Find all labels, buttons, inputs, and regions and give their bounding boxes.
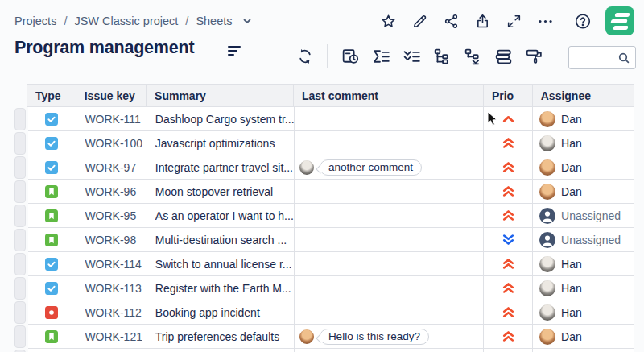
last-comment-cell[interactable] [295,204,484,228]
summary-cell[interactable]: Javascript optimizations [147,131,295,155]
column-header-assignee[interactable]: Assignee [533,84,634,107]
row-drag-handle[interactable] [14,325,26,348]
summary-cell[interactable]: Trip preferences defaults [147,325,295,349]
hierarchy-icon[interactable] [431,46,453,68]
issue-type-cell[interactable] [28,276,77,300]
sum-list-icon[interactable] [370,46,392,68]
edit-icon[interactable] [411,12,428,30]
issue-key-cell[interactable]: WORK-114 [76,252,147,276]
row-drag-handle[interactable] [14,205,26,227]
issue-key-cell[interactable]: WORK-97 [76,155,147,180]
column-header-prio[interactable]: Prio [484,84,533,107]
assignee-cell[interactable]: Han [533,252,634,276]
priority-cell[interactable] [484,204,533,228]
priority-cell[interactable] [484,349,533,352]
search-input[interactable] [572,51,617,64]
issue-key-cell[interactable] [76,349,147,352]
breadcrumb-project[interactable]: JSW Classic project [74,14,178,27]
issue-type-cell[interactable] [28,252,77,276]
priority-cell[interactable] [484,276,533,300]
assignee-cell[interactable]: Han [533,276,634,300]
issue-type-cell[interactable] [28,131,77,155]
row-drag-handle[interactable] [14,180,26,203]
assignee-cell[interactable]: Unassigned [533,204,634,228]
search-box[interactable] [568,46,636,69]
priority-cell[interactable] [484,131,533,155]
chevron-down-icon[interactable] [242,15,253,27]
column-header-last-comment[interactable]: Last comment [294,84,484,107]
column-header-summary[interactable]: Summary [147,84,294,107]
summary-cell[interactable]: Switch to annual license r... [147,252,295,276]
last-comment-cell[interactable] [295,349,484,352]
more-icon[interactable] [536,12,554,30]
last-comment-cell[interactable]: Hello is this ready? [295,325,484,349]
summary-cell[interactable]: Dashloop Cargo system tr... [147,107,295,131]
assignee-cell[interactable]: Han [533,300,634,325]
app-logo[interactable] [605,6,634,35]
share-icon[interactable] [442,12,460,30]
last-comment-cell[interactable] [295,228,484,252]
issue-type-cell[interactable] [28,107,77,131]
assignee-cell[interactable]: Dan [533,180,634,204]
row-drag-handle[interactable] [14,156,26,179]
summary-cell[interactable]: As an operator I want to h... [147,204,295,228]
last-comment-cell[interactable] [295,300,484,325]
summary-cell[interactable]: Multi-destination search ... [147,228,295,252]
summary-cell[interactable]: Moon stopover retrieval [147,180,295,204]
column-header-type[interactable]: Type [27,84,76,107]
assignee-cell[interactable] [533,349,634,352]
row-drag-handle[interactable] [14,108,26,130]
priority-cell[interactable] [484,252,533,276]
issue-key-cell[interactable]: WORK-121 [76,325,147,349]
last-comment-cell[interactable] [295,131,484,155]
row-drag-handle[interactable] [14,301,26,324]
issue-type-cell[interactable] [28,155,77,180]
fullscreen-icon[interactable] [505,12,522,30]
format-painter-icon[interactable] [523,46,545,68]
priority-cell[interactable] [484,180,533,204]
row-drag-handle[interactable] [14,132,26,155]
priority-cell[interactable] [484,228,533,252]
description-lines-icon[interactable] [228,46,242,56]
last-comment-cell[interactable]: another comment [295,155,484,180]
issue-type-cell[interactable] [28,349,77,352]
help-icon[interactable] [574,12,592,30]
assignee-cell[interactable]: Dan [533,155,634,180]
priority-cell[interactable] [484,155,533,180]
summary-cell[interactable]: Integrate partner travel sit... [147,155,295,180]
hierarchy-sort-icon[interactable] [462,46,484,68]
assignee-cell[interactable]: Dan [533,107,634,131]
last-comment-cell[interactable] [295,252,484,276]
collapse-list-icon[interactable] [401,46,423,68]
row-drag-handle[interactable] [14,229,26,251]
issue-key-cell[interactable]: WORK-96 [76,180,147,204]
assignee-cell[interactable]: Dan [533,325,634,349]
issue-key-cell[interactable]: WORK-113 [76,276,147,300]
issue-key-cell[interactable]: WORK-100 [76,131,147,155]
export-icon[interactable] [473,12,491,30]
breadcrumb-sheets[interactable]: Sheets [196,14,232,27]
row-drag-handle[interactable] [14,277,26,300]
issue-key-cell[interactable]: WORK-111 [76,107,147,131]
column-header-issue-key[interactable]: Issue key [76,84,147,107]
issue-key-cell[interactable]: WORK-95 [76,204,147,228]
summary-cell[interactable]: Booking app incident [147,300,295,325]
issue-key-cell[interactable]: WORK-98 [76,228,147,252]
last-comment-cell[interactable] [295,276,484,300]
issue-key-cell[interactable]: WORK-112 [76,300,147,325]
refresh-icon[interactable] [295,46,316,68]
breadcrumb-projects[interactable]: Projects [14,14,56,27]
priority-cell[interactable] [484,107,533,131]
priority-cell[interactable] [484,300,533,325]
assignee-cell[interactable]: Unassigned [533,228,634,252]
last-comment-cell[interactable] [295,180,484,204]
row-drag-handle[interactable] [14,253,26,275]
issue-type-cell[interactable] [28,228,77,252]
issue-type-cell[interactable] [28,204,77,228]
priority-cell[interactable] [484,325,533,349]
row-groups-icon[interactable] [493,46,514,68]
summary-cell[interactable]: Register with the Earth M... [147,276,295,300]
assignee-cell[interactable]: Han [533,131,634,155]
last-comment-cell[interactable] [295,107,484,131]
issue-type-cell[interactable] [28,180,77,204]
